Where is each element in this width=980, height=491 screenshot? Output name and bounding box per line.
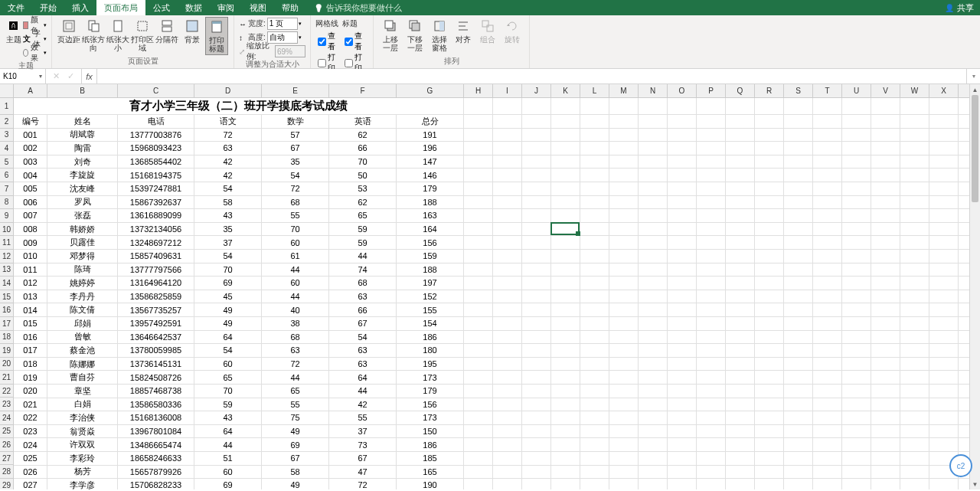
cell-P9[interactable] [697,209,726,223]
cell-A17[interactable]: 015 [14,317,47,331]
cell-W25[interactable] [900,425,929,439]
cell-J12[interactable] [522,250,551,264]
cell-H20[interactable] [464,358,493,372]
row-header-22[interactable]: 22 [0,385,14,398]
cell-V28[interactable] [871,466,900,480]
cell-F17[interactable]: 67 [329,317,397,331]
cell-B16[interactable]: 陈文倩 [47,303,118,317]
cell-M9[interactable] [609,209,639,223]
cell-H29[interactable] [464,479,493,489]
cell-T20[interactable] [813,358,842,372]
cell-R11[interactable] [755,236,784,250]
cell-W6[interactable] [900,169,929,182]
cell-M24[interactable] [609,411,639,425]
cell-L28[interactable] [580,466,609,480]
cell-B25[interactable]: 翁贤焱 [47,425,118,439]
cell-F9[interactable]: 65 [329,209,397,223]
cell-L9[interactable] [580,209,609,223]
cell-H15[interactable] [464,290,493,304]
cell-T7[interactable] [813,182,842,196]
cell-U1[interactable] [842,98,871,115]
cell-S13[interactable] [784,264,813,277]
cell-S27[interactable] [784,452,813,466]
cell-D4[interactable]: 63 [194,142,262,155]
cell-F29[interactable]: 72 [329,479,397,489]
cell-F19[interactable]: 63 [329,344,397,358]
cell-N17[interactable] [639,317,668,331]
cell-H6[interactable] [464,169,493,182]
cell-J1[interactable] [522,98,551,115]
cell-N19[interactable] [639,344,668,358]
cell-K10[interactable] [551,223,580,237]
breaks-button[interactable]: 分隔符 [155,17,178,45]
cell-P21[interactable] [697,371,726,385]
cell-W5[interactable] [900,155,929,169]
cell-C8[interactable]: 15867392637 [118,196,194,210]
cell-G2[interactable]: 总分 [397,115,464,129]
cell-D21[interactable]: 65 [194,371,262,385]
cell-G16[interactable]: 155 [397,303,464,317]
cell-M4[interactable] [609,142,639,155]
col-header-W[interactable]: W [900,84,929,98]
cell-R7[interactable] [755,182,784,196]
cell-P15[interactable] [697,290,726,304]
cell-X6[interactable] [929,169,959,182]
cell-J26[interactable] [522,438,551,452]
cell-U23[interactable] [842,398,871,412]
tell-me-search[interactable]: 告诉我你想要做什么 [314,2,402,14]
print-titles-button[interactable]: 打印标题 [205,17,228,55]
cell-J18[interactable] [522,331,551,345]
cell-S20[interactable] [784,358,813,372]
cell-D26[interactable]: 44 [194,438,262,452]
cell-A27[interactable]: 025 [14,452,47,466]
menu-tab-5[interactable]: 数据 [178,0,210,15]
cell-M22[interactable] [609,385,639,398]
cell-C2[interactable]: 电话 [118,115,194,129]
cell-B10[interactable]: 韩娇娇 [47,223,118,237]
cell-A23[interactable]: 021 [14,398,47,412]
cell-T27[interactable] [813,452,842,466]
themes-button[interactable]: 🅰 主题 [5,17,22,45]
margins-button[interactable]: 页边距 [57,17,80,45]
help-fab-button[interactable]: c2 [949,454,972,477]
cell-A14[interactable]: 012 [14,277,47,290]
cell-G9[interactable]: 163 [397,209,464,223]
cell-X12[interactable] [929,250,959,264]
cell-W18[interactable] [900,331,929,345]
cell-C12[interactable]: 15857409631 [118,250,194,264]
width-input[interactable] [267,18,298,30]
cell-F23[interactable]: 42 [329,398,397,412]
cell-X18[interactable] [929,331,959,345]
cell-W20[interactable] [900,358,929,372]
cell-L25[interactable] [580,425,609,439]
cell-L18[interactable] [580,331,609,345]
size-button[interactable]: 纸张大小 [106,17,129,54]
name-box[interactable]: K10▾ [0,69,46,83]
cell-C13[interactable]: 13777797566 [118,264,194,277]
cell-B12[interactable]: 邓梦得 [47,250,118,264]
cell-U5[interactable] [842,155,871,169]
cell-C4[interactable]: 15968093423 [118,142,194,155]
cell-D24[interactable]: 43 [194,411,262,425]
cell-O10[interactable] [668,223,697,237]
cell-A20[interactable]: 018 [14,358,47,372]
row-header-18[interactable]: 18 [0,331,14,345]
cell-W15[interactable] [900,290,929,304]
cell-W17[interactable] [900,317,929,331]
cell-X24[interactable] [929,411,959,425]
cell-C25[interactable]: 13967801084 [118,425,194,439]
cell-R16[interactable] [755,303,784,317]
cell-X14[interactable] [929,277,959,290]
cell-I13[interactable] [493,264,522,277]
cell-F4[interactable]: 66 [329,142,397,155]
cell-S11[interactable] [784,236,813,250]
cell-P27[interactable] [697,452,726,466]
row-header-19[interactable]: 19 [0,344,14,358]
cell-C7[interactable]: 15397247881 [118,182,194,196]
cell-L10[interactable] [580,223,609,237]
cell-A9[interactable]: 007 [14,209,47,223]
cell-H13[interactable] [464,264,493,277]
cell-C20[interactable]: 13736145131 [118,358,194,372]
menu-tab-0[interactable]: 文件 [0,0,32,15]
cell-E12[interactable]: 61 [262,250,329,264]
